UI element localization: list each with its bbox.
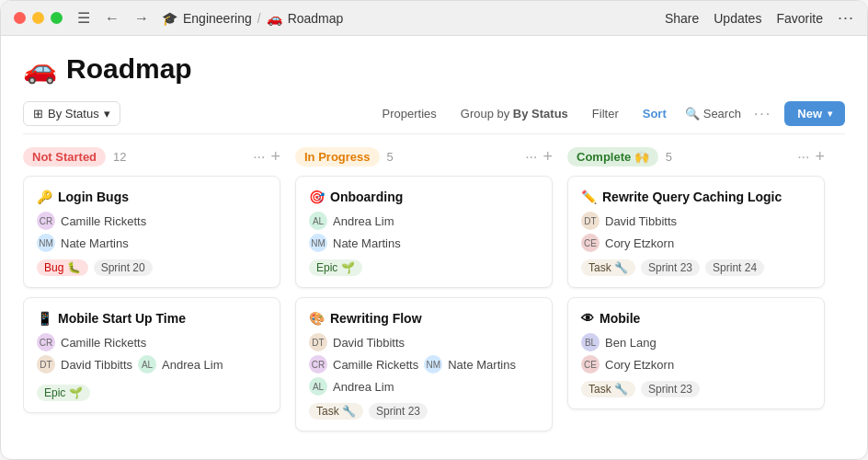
titlebar: ☰ ← → 🎓 Engineering / 🚗 Roadmap Share Up… [1, 1, 867, 36]
search-icon: 🔍 [685, 107, 700, 121]
favorite-button[interactable]: Favorite [776, 11, 823, 26]
group-by-icon: ⊞ [33, 107, 43, 121]
avatar-david-1: DT [37, 355, 55, 374]
board: Not Started 12 ··· + 🔑 Login Bugs CR [23, 147, 845, 459]
column-not-started: Not Started 12 ··· + 🔑 Login Bugs CR [23, 147, 280, 459]
avatar-david-3: DT [581, 212, 600, 230]
column-more-icon[interactable]: ··· [253, 149, 265, 166]
column-header-not-started: Not Started 12 ··· + [23, 147, 280, 167]
card-mobile[interactable]: 👁 Mobile BL Ben Lang CE Cory Etzkorn Tas… [567, 297, 825, 409]
card-title-login-bugs: 🔑 Login Bugs [37, 190, 267, 204]
avatar-ben-1: BL [581, 333, 600, 351]
avatar-andrea-2: AL [309, 212, 327, 230]
filter-button[interactable]: Filter [587, 103, 624, 124]
minimize-button[interactable] [32, 12, 44, 24]
card-persons-row-mobile: DT David Tibbitts AL Andrea Lim [37, 355, 267, 377]
fullscreen-button[interactable] [51, 12, 63, 24]
tag-sprint-23-1[interactable]: Sprint 23 [369, 403, 428, 420]
card-emoji-mobile: 👁 [581, 311, 594, 326]
forward-button[interactable]: → [131, 8, 153, 29]
card-person-andrea-2: AL Andrea Lim [309, 212, 539, 230]
card-person-camille-1: CR Camille Ricketts [37, 212, 267, 230]
card-person-andrea-1: AL Andrea Lim [138, 355, 223, 374]
more-options-button[interactable]: ··· [838, 8, 854, 28]
page-header: 🚗 Roadmap [23, 36, 845, 94]
group-by-label: By Status [48, 107, 99, 121]
column-add-icon-3[interactable]: + [815, 147, 825, 167]
new-label: New [797, 107, 822, 121]
breadcrumb-engineering[interactable]: Engineering [183, 11, 252, 26]
breadcrumb-icon-2: 🚗 [267, 11, 282, 26]
card-tags-mobile-startup: Epic 🌱 [37, 385, 267, 401]
column-header-in-progress: In Progress 5 ··· + [295, 147, 553, 167]
breadcrumb-roadmap[interactable]: Roadmap [288, 11, 344, 26]
sort-button[interactable]: Sort [637, 103, 672, 124]
updates-button[interactable]: Updates [714, 11, 761, 26]
avatar-nate-3: NM [424, 355, 442, 374]
column-add-icon[interactable]: + [270, 147, 280, 167]
card-mobile-startup[interactable]: 📱 Mobile Start Up Time CR Camille Ricket… [23, 297, 280, 413]
avatar-andrea-1: AL [138, 355, 156, 374]
card-emoji-onboarding: 🎯 [309, 190, 325, 204]
avatar-camille-1: CR [37, 212, 55, 230]
tag-epic-1[interactable]: Epic 🌱 [37, 385, 90, 401]
card-tags-login-bugs: Bug 🐛 Sprint 20 [37, 259, 267, 276]
card-tags-rewriting-flow: Task 🔧 Sprint 23 [309, 403, 539, 420]
back-button[interactable]: ← [101, 8, 123, 29]
card-person-ben-1: BL Ben Lang [581, 333, 811, 351]
new-button[interactable]: New ▾ [784, 101, 845, 126]
column-more-icon-2[interactable]: ··· [525, 149, 537, 166]
share-button[interactable]: Share [665, 11, 699, 26]
group-status-button[interactable]: Group by By Status [455, 103, 574, 124]
tag-epic-2[interactable]: Epic 🌱 [309, 259, 362, 276]
column-complete: Complete 🙌 5 ··· + ✏️ Rewrite Query Cach… [567, 147, 825, 459]
toolbar-left: ⊞ By Status ▾ [23, 101, 373, 126]
new-chevron-icon: ▾ [828, 109, 832, 119]
card-tags-mobile: Task 🔧 Sprint 23 [581, 381, 811, 397]
card-person-cory-2: CE Cory Etzkorn [581, 355, 811, 374]
card-title-mobile: 👁 Mobile [581, 311, 811, 326]
properties-button[interactable]: Properties [377, 103, 442, 124]
column-in-progress: In Progress 5 ··· + 🎯 Onboarding AL [295, 147, 553, 459]
card-rewrite-query[interactable]: ✏️ Rewrite Query Caching Logic DT David … [567, 176, 825, 288]
main-content: 🚗 Roadmap ⊞ By Status ▾ Properties Group… [1, 36, 867, 459]
tag-bug[interactable]: Bug 🐛 [37, 259, 88, 276]
card-title-mobile-startup: 📱 Mobile Start Up Time [37, 311, 267, 326]
card-login-bugs[interactable]: 🔑 Login Bugs CR Camille Ricketts NM Nate… [23, 176, 280, 288]
page-title-text: Roadmap [66, 53, 192, 85]
page-title: 🚗 Roadmap [23, 52, 845, 85]
app-window: ☰ ← → 🎓 Engineering / 🚗 Roadmap Share Up… [0, 0, 868, 460]
avatar-nate-1: NM [37, 234, 55, 252]
card-person-david-3: DT David Tibbitts [581, 212, 811, 230]
card-person-camille-3: CR Camille Ricketts [309, 355, 418, 374]
hamburger-menu[interactable]: ☰ [74, 7, 94, 29]
nav-buttons: ☰ ← → [74, 7, 153, 29]
card-title-rewriting-flow: 🎨 Rewriting Flow [309, 311, 539, 326]
tag-task-1[interactable]: Task 🔧 [309, 403, 363, 420]
column-header-complete: Complete 🙌 5 ··· + [567, 147, 825, 167]
toolbar-more-button[interactable]: ··· [754, 106, 771, 122]
column-more-icon-3[interactable]: ··· [797, 149, 809, 166]
tag-task-3[interactable]: Task 🔧 [581, 381, 635, 397]
tag-sprint-24[interactable]: Sprint 24 [705, 259, 764, 276]
avatar-cory-2: CE [581, 355, 600, 374]
close-button[interactable] [14, 12, 26, 24]
group-by-button[interactable]: ⊞ By Status ▾ [23, 101, 120, 126]
card-rewriting-flow[interactable]: 🎨 Rewriting Flow DT David Tibbitts CR Ca… [295, 297, 553, 431]
column-hidden: 👁 Hidden [839, 147, 845, 459]
search-button[interactable]: 🔍 Search [685, 107, 741, 121]
card-onboarding[interactable]: 🎯 Onboarding AL Andrea Lim NM Nate Marti… [295, 176, 553, 288]
tag-sprint-20[interactable]: Sprint 20 [94, 259, 153, 276]
card-persons-row-rewriting: CR Camille Ricketts NM Nate Martins [309, 355, 539, 377]
column-add-icon-2[interactable]: + [542, 147, 553, 167]
breadcrumb-separator: / [257, 11, 261, 26]
tag-sprint-23-2[interactable]: Sprint 23 [641, 259, 700, 276]
card-person-camille-2: CR Camille Ricketts [37, 333, 267, 351]
breadcrumb: 🎓 Engineering / 🚗 Roadmap [162, 11, 665, 26]
tag-task-2[interactable]: Task 🔧 [581, 259, 635, 276]
avatar-camille-3: CR [309, 355, 327, 374]
column-title-not-started: Not Started [23, 147, 106, 167]
column-actions-not-started: ··· + [253, 147, 280, 167]
column-title-complete: Complete 🙌 [567, 147, 658, 167]
tag-sprint-23-3[interactable]: Sprint 23 [641, 381, 700, 397]
